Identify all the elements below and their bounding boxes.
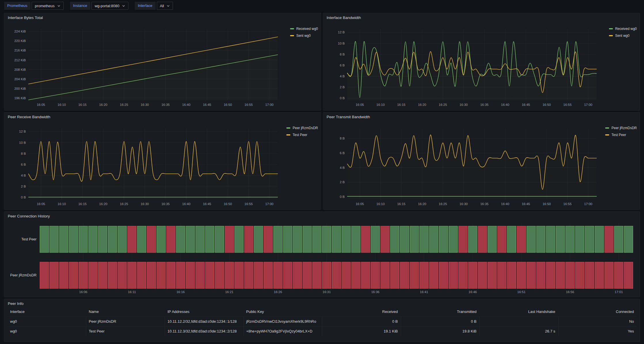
svg-text:16:05: 16:05 [356, 103, 364, 106]
panel-title-peer-transmit-bandwidth[interactable]: Peer Transmit Bandwidth [327, 115, 370, 119]
table-cell: No [558, 316, 637, 326]
panel-title-interface-bytes-total[interactable]: Interface Bytes Total [8, 16, 43, 20]
table-column-header[interactable]: Connected [558, 307, 637, 316]
svg-text:16:15: 16:15 [397, 202, 405, 206]
peer-receive-bandwidth-chart[interactable]: 0 B2 B4 B6 B8 B10 B12 B16:0516:1016:1516… [4, 112, 321, 209]
legend-item[interactable]: Peer jRzmDsDR [286, 126, 318, 130]
table-column-header[interactable]: Last Handshake [479, 307, 558, 316]
table-column-header[interactable]: Transmitted [401, 307, 480, 316]
svg-text:16:26: 16:26 [274, 290, 282, 294]
panel-title-interface-bandwidth[interactable]: Interface Bandwidth [327, 16, 361, 20]
svg-text:16:05: 16:05 [37, 103, 45, 106]
svg-text:16:06: 16:06 [79, 290, 87, 294]
interface-bytes-total-chart[interactable]: 196 KiB200 KiB204 KiB208 KiB212 KiB216 K… [4, 13, 321, 110]
svg-text:200 KiB: 200 KiB [14, 87, 26, 90]
svg-text:212 KiB: 212 KiB [14, 58, 26, 62]
table-cell: 0 B [322, 316, 401, 326]
variable-select-instance[interactable]: wg-portal:8080 [92, 2, 128, 10]
svg-text:196 KiB: 196 KiB [14, 96, 26, 100]
svg-text:Peer jRzmDsDR: Peer jRzmDsDR [10, 273, 37, 277]
legend-item[interactable]: Received wg0 [609, 27, 637, 31]
panel-peer-connection-history: Peer Connection History 16:0616:1116:161… [4, 211, 640, 297]
svg-text:16:45: 16:45 [522, 103, 530, 106]
table-column-header[interactable]: Received [322, 307, 401, 316]
table-cell: Yes [558, 326, 637, 336]
table-cell: Test Peer [86, 326, 165, 336]
svg-text:16:30: 16:30 [141, 202, 149, 206]
svg-text:17:00: 17:00 [265, 103, 274, 106]
svg-text:16:36: 16:36 [371, 290, 380, 294]
variable-instance: Instance wg-portal:8080 [70, 2, 128, 10]
chart-legend: Peer jRzmDsDRTest Peer [605, 126, 637, 137]
svg-text:0 B: 0 B [21, 196, 26, 199]
table-column-header[interactable]: Public Key [243, 307, 322, 316]
peer-transmit-bandwidth-chart[interactable]: 0 B2 B4 B6 B8 B16:0516:1016:1516:2016:25… [323, 112, 640, 209]
legend-series-label: Test Peer [293, 133, 307, 137]
svg-text:16:30: 16:30 [460, 202, 468, 206]
svg-text:216 KiB: 216 KiB [14, 49, 26, 52]
svg-text:0 B: 0 B [340, 195, 345, 198]
svg-text:16:20: 16:20 [418, 202, 426, 206]
svg-text:224 KiB: 224 KiB [14, 30, 26, 33]
legend-item[interactable]: Peer jRzmDsDR [605, 126, 637, 130]
table-column-header[interactable]: Name [86, 307, 165, 316]
legend-series-swatch [609, 35, 613, 36]
variable-select-prometheus[interactable]: prometheus [32, 2, 64, 10]
legend-series-swatch [286, 127, 290, 129]
legend-item[interactable]: Test Peer [286, 133, 318, 137]
panel-peer-info: Peer Info InterfaceNameIP AddressesPubli… [4, 299, 640, 342]
svg-text:16:25: 16:25 [439, 202, 447, 206]
panel-peer-transmit-bandwidth: Peer Transmit Bandwidth 0 B2 B4 B6 B8 B1… [323, 112, 640, 210]
svg-text:16:50: 16:50 [224, 202, 232, 206]
legend-series-swatch [290, 28, 294, 29]
chart-legend: Received wg0Sent wg0 [609, 27, 637, 38]
legend-series-label: Received wg0 [296, 27, 318, 31]
svg-text:16:10: 16:10 [58, 103, 66, 106]
variable-label-instance: Instance [70, 2, 90, 10]
svg-text:16:55: 16:55 [563, 202, 572, 206]
legend-item[interactable]: Sent wg0 [609, 34, 637, 38]
variable-select-interface[interactable]: All [157, 2, 173, 10]
svg-text:16:35: 16:35 [480, 202, 489, 206]
chevron-down-icon [122, 4, 125, 7]
panel-title-peer-info[interactable]: Peer Info [8, 301, 24, 306]
legend-item[interactable]: Sent wg0 [290, 34, 318, 38]
svg-text:204 KiB: 204 KiB [14, 77, 26, 81]
table-cell: wg0 [7, 316, 86, 326]
interface-bandwidth-chart[interactable]: 0 B2 B4 B6 B8 B10 B12 B16:0516:1016:1516… [323, 13, 640, 110]
table-column-header[interactable]: Interface [7, 307, 86, 316]
legend-series-label: Sent wg0 [296, 34, 311, 38]
svg-text:16:55: 16:55 [245, 103, 253, 106]
table-cell: 19.8 KiB [401, 326, 480, 336]
svg-text:17:01: 17:01 [615, 290, 623, 294]
svg-text:16:05: 16:05 [356, 202, 364, 206]
svg-text:16:20: 16:20 [99, 202, 107, 206]
legend-series-label: Peer jRzmDsDR [611, 126, 637, 130]
panel-title-peer-connection-history[interactable]: Peer Connection History [8, 214, 50, 218]
svg-text:4 B: 4 B [340, 74, 345, 78]
legend-series-swatch [609, 28, 613, 29]
svg-text:16:31: 16:31 [323, 290, 331, 294]
legend-series-swatch [290, 35, 294, 36]
chevron-down-icon [167, 4, 170, 7]
svg-text:16:10: 16:10 [376, 202, 385, 206]
svg-text:16:30: 16:30 [460, 103, 468, 106]
svg-text:16:45: 16:45 [203, 202, 211, 206]
svg-text:16:20: 16:20 [418, 103, 426, 106]
panel-title-peer-receive-bandwidth[interactable]: Peer Receive Bandwidth [8, 115, 50, 119]
svg-text:16:50: 16:50 [542, 202, 551, 206]
table-column-header[interactable]: IP Addresses [165, 307, 243, 316]
svg-text:8 B: 8 B [21, 152, 26, 155]
svg-text:12 B: 12 B [19, 130, 26, 133]
legend-item[interactable]: Received wg0 [290, 27, 318, 31]
svg-text:10 B: 10 B [19, 141, 26, 144]
svg-text:8 B: 8 B [340, 137, 345, 140]
legend-item[interactable]: Test Peer [605, 133, 637, 137]
dashboard-variable-bar: Prometheus prometheus Instance wg-portal… [4, 2, 173, 10]
svg-text:16:10: 16:10 [376, 103, 385, 106]
table-cell [479, 316, 558, 326]
svg-text:16:45: 16:45 [522, 202, 530, 206]
table-cell: +8he+pyWH7Oa9g2FVjIxQzy04brLX+D [243, 326, 322, 336]
peer-connection-history-chart[interactable]: 16:0616:1116:1616:2116:2616:3116:3616:41… [4, 212, 640, 297]
svg-text:16:11: 16:11 [128, 290, 136, 294]
